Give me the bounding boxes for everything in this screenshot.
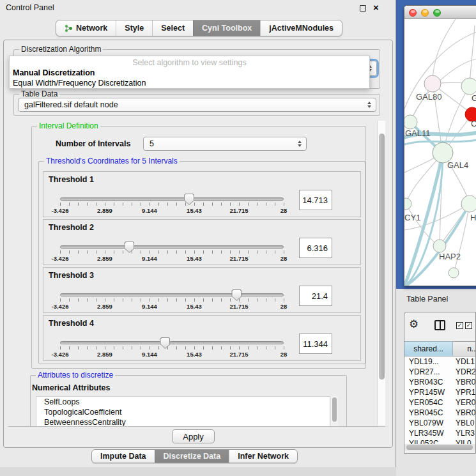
tick-label: 21.715: [229, 351, 248, 358]
table-horizontal-scrollbar[interactable]: [404, 444, 476, 450]
dropdown-placeholder-option[interactable]: Select algorithm to view settings: [10, 58, 369, 67]
tick-label: 2.859: [97, 351, 112, 358]
column-header-shared-name[interactable]: shared...: [404, 341, 453, 357]
table-row[interactable]: YDR27...YDR2: [404, 367, 476, 377]
scrollbar-thumb[interactable]: [332, 397, 337, 422]
columns-icon[interactable]: [434, 320, 445, 330]
tab-jactivemnodules[interactable]: jActiveMNodules: [260, 20, 342, 36]
dropdown-option-equal-width[interactable]: Equal Width/Frequency Discretization: [13, 79, 146, 88]
table-cell: YBL0: [452, 418, 476, 428]
slider-track[interactable]: [60, 341, 284, 344]
network-node-label: C: [471, 119, 476, 128]
tab-impute-data[interactable]: Impute Data: [92, 450, 155, 463]
table-cell: YDL19...: [404, 357, 452, 367]
slider-track[interactable]: [60, 197, 284, 201]
tab-infer-network[interactable]: Infer Network: [229, 450, 297, 463]
threshold-value[interactable]: 14.713: [299, 190, 332, 210]
table-header-row: shared... n...: [404, 341, 476, 357]
tab-network[interactable]: Network: [56, 20, 116, 36]
parameters-vertical-scrollbar[interactable]: [377, 121, 385, 426]
network-node[interactable]: [461, 196, 476, 212]
table-cell: YLR3: [452, 428, 476, 438]
tick-label: -3.426: [52, 351, 69, 358]
attribute-item[interactable]: BetweennessCentrality: [36, 417, 330, 427]
tab-cyni-toolbox[interactable]: Cyni Toolbox: [193, 20, 260, 36]
table-row[interactable]: YBL079WYBL0: [404, 418, 476, 428]
network-node[interactable]: [449, 268, 459, 278]
network-view-window: GAL80GAGAL11CGAL4GCY1HHAP2: [404, 5, 476, 286]
tick-label: 15.43: [187, 255, 202, 262]
tab-label: Infer Network: [238, 452, 289, 461]
column-header-name[interactable]: n...: [453, 341, 476, 357]
slider-track[interactable]: [60, 245, 284, 249]
apply-button[interactable]: Apply: [172, 429, 215, 443]
attribute-item[interactable]: TopologicalCoefficient: [36, 407, 330, 417]
table-row[interactable]: YPR145WYPR1: [404, 387, 476, 397]
tick-label: 28: [280, 207, 288, 214]
network-node-hap2[interactable]: [433, 240, 446, 252]
attributes-list[interactable]: SelfLoopsTopologicalCoefficientBetweenne…: [36, 396, 330, 427]
scrollbar-thumb[interactable]: [406, 445, 473, 450]
threshold-title: Threshold 3: [49, 271, 94, 280]
tick-label: 2.859: [97, 303, 112, 310]
table-cell: YDR27...: [404, 367, 452, 377]
tick-label: 21.715: [229, 255, 248, 262]
attribute-item[interactable]: SelfLoops: [36, 397, 330, 407]
attributes-list-scrollbar[interactable]: [331, 396, 338, 427]
table-cell: YDR2: [452, 367, 476, 377]
slider-ticks: [60, 203, 284, 206]
network-window-titlebar[interactable]: [404, 6, 476, 19]
network-node-label: GAL80: [416, 92, 441, 102]
tick-label: 15.43: [187, 207, 202, 214]
threshold-box: Threshold 1 -3.4262.8599.14415.4321.7152…: [43, 171, 361, 217]
window-title: Control Panel: [6, 3, 54, 12]
float-window-icon[interactable]: [360, 5, 366, 12]
number-of-intervals-combobox[interactable]: 5: [143, 137, 307, 151]
threshold-value[interactable]: 6.316: [299, 238, 332, 258]
checkbox-icon[interactable]: ✓: [456, 322, 463, 329]
tick-label: 28: [280, 303, 288, 310]
network-canvas[interactable]: GAL80GAGAL11CGAL4GCY1HHAP2: [404, 19, 476, 286]
mac-zoom-button[interactable]: [433, 9, 441, 17]
slider-ticks: [60, 346, 284, 349]
threshold-box: Threshold 3 -3.4262.8599.14415.4321.7152…: [43, 267, 361, 313]
tick-label: 28: [280, 351, 288, 358]
table-cell: YER054C: [404, 397, 452, 408]
tab-style[interactable]: Style: [116, 20, 152, 36]
threshold-value[interactable]: 21.4: [299, 286, 332, 306]
tab-label: Network: [76, 24, 107, 33]
tab-discretize-data[interactable]: Discretize Data: [155, 450, 229, 463]
mac-close-button[interactable]: [409, 9, 417, 17]
number-of-intervals-value: 5: [150, 139, 154, 148]
threshold-value[interactable]: 11.344: [299, 334, 332, 354]
network-node-gcy1[interactable]: [404, 198, 411, 210]
close-icon[interactable]: ×: [373, 2, 379, 13]
table-data-combobox[interactable]: galFiltered.sif default node: [18, 98, 376, 112]
tab-label: Select: [161, 24, 185, 33]
network-node-gal80[interactable]: [424, 75, 441, 92]
cyni-toolbox-panel: Discretization Algorithm Select algorith…: [3, 40, 393, 448]
network-node-gal11[interactable]: [404, 115, 417, 129]
table-row[interactable]: YBR045CYBR0: [404, 408, 476, 418]
table-row[interactable]: YDL19...YDL1: [404, 357, 476, 367]
table-row[interactable]: YER054CYER0: [404, 397, 476, 408]
threshold-box: Threshold 4 -3.4262.8599.14415.4321.7152…: [43, 315, 361, 361]
gear-icon[interactable]: ⚙: [409, 318, 418, 331]
scrollbar-thumb[interactable]: [379, 134, 385, 380]
tab-select[interactable]: Select: [152, 20, 193, 36]
tick-label: 2.859: [97, 207, 112, 214]
table-cell: YER0: [452, 397, 476, 408]
slider-track[interactable]: [60, 293, 284, 296]
table-cell: YLR345W: [404, 428, 452, 438]
mac-minimize-button[interactable]: [421, 9, 429, 17]
network-edge: [454, 204, 470, 273]
thresholds-group-title: Threshold's Coordinates for 5 Intervals: [44, 157, 180, 165]
parameters-scrollpane: Interval Definition Number of Intervals …: [8, 119, 385, 427]
table-row[interactable]: YBR043CYBR0: [404, 377, 476, 387]
network-node-label: GAL11: [405, 128, 431, 138]
dropdown-option-manual-discretization[interactable]: Manual Discretization: [13, 68, 95, 77]
network-icon: [65, 24, 73, 33]
checkbox-icon[interactable]: ✓: [465, 322, 472, 329]
network-node[interactable]: [461, 78, 476, 95]
table-row[interactable]: YLR345WYLR3: [404, 428, 476, 438]
